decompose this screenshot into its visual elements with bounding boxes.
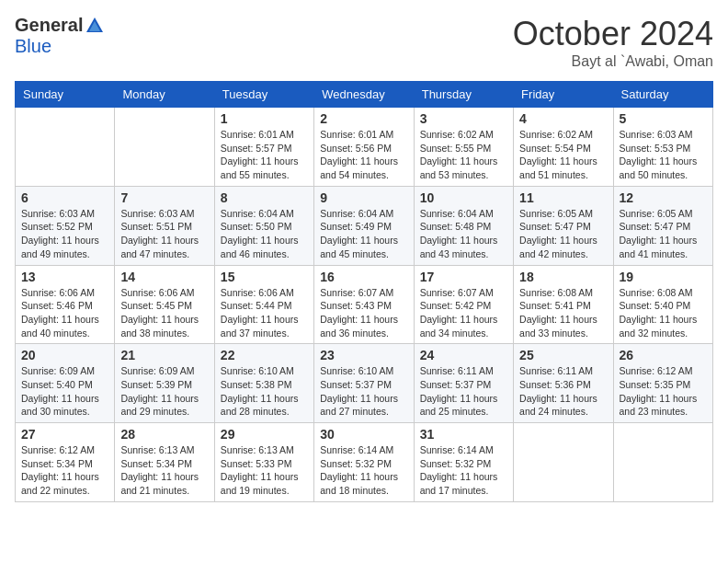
calendar-cell: 7Sunrise: 6:03 AM Sunset: 5:51 PM Daylig… [115, 186, 214, 265]
logo-blue-text: Blue [15, 36, 51, 57]
calendar-week-row: 13Sunrise: 6:06 AM Sunset: 5:46 PM Dayli… [16, 265, 713, 344]
day-number: 17 [420, 270, 507, 284]
calendar-cell: 28Sunrise: 6:13 AM Sunset: 5:34 PM Dayli… [115, 423, 214, 502]
calendar-cell: 21Sunrise: 6:09 AM Sunset: 5:39 PM Dayli… [115, 344, 214, 423]
day-number: 12 [620, 190, 707, 205]
calendar-cell: 13Sunrise: 6:06 AM Sunset: 5:46 PM Dayli… [16, 265, 115, 344]
calendar-cell: 9Sunrise: 6:04 AM Sunset: 5:49 PM Daylig… [314, 186, 414, 265]
day-number: 21 [120, 348, 208, 362]
day-info: Sunrise: 6:11 AM Sunset: 5:36 PM Dayligh… [519, 364, 607, 419]
day-number: 2 [320, 111, 407, 126]
month-title: October 2024 [513, 15, 713, 53]
calendar-cell: 6Sunrise: 6:03 AM Sunset: 5:52 PM Daylig… [16, 186, 115, 265]
calendar-weekday-monday: Monday [115, 82, 214, 108]
calendar-cell: 20Sunrise: 6:09 AM Sunset: 5:40 PM Dayli… [16, 344, 115, 423]
day-info: Sunrise: 6:13 AM Sunset: 5:33 PM Dayligh… [221, 443, 308, 498]
calendar-cell: 8Sunrise: 6:04 AM Sunset: 5:50 PM Daylig… [214, 186, 313, 265]
title-block: October 2024 Bayt al `Awabi, Oman [513, 15, 713, 70]
day-number: 10 [420, 190, 507, 205]
day-info: Sunrise: 6:09 AM Sunset: 5:40 PM Dayligh… [21, 364, 108, 419]
day-number: 22 [221, 348, 308, 362]
logo-general-text: General [15, 15, 83, 36]
day-info: Sunrise: 6:04 AM Sunset: 5:48 PM Dayligh… [420, 207, 507, 261]
calendar-weekday-sunday: Sunday [16, 82, 115, 108]
calendar-cell: 26Sunrise: 6:12 AM Sunset: 5:35 PM Dayli… [613, 344, 712, 423]
day-number: 29 [221, 427, 308, 442]
day-info: Sunrise: 6:13 AM Sunset: 5:34 PM Dayligh… [120, 443, 208, 498]
calendar-cell: 4Sunrise: 6:02 AM Sunset: 5:54 PM Daylig… [514, 108, 613, 187]
calendar-cell: 11Sunrise: 6:05 AM Sunset: 5:47 PM Dayli… [514, 186, 613, 265]
calendar-cell: 19Sunrise: 6:08 AM Sunset: 5:40 PM Dayli… [613, 265, 712, 344]
day-number: 4 [519, 111, 607, 126]
calendar-cell: 31Sunrise: 6:14 AM Sunset: 5:32 PM Dayli… [414, 423, 513, 502]
calendar-cell: 5Sunrise: 6:03 AM Sunset: 5:53 PM Daylig… [613, 108, 712, 187]
day-number: 27 [21, 427, 108, 442]
calendar-cell: 17Sunrise: 6:07 AM Sunset: 5:42 PM Dayli… [414, 265, 513, 344]
day-info: Sunrise: 6:04 AM Sunset: 5:50 PM Dayligh… [221, 207, 308, 261]
location-title: Bayt al `Awabi, Oman [513, 53, 713, 70]
day-info: Sunrise: 6:06 AM Sunset: 5:44 PM Dayligh… [221, 286, 308, 340]
calendar-cell: 12Sunrise: 6:05 AM Sunset: 5:47 PM Dayli… [613, 186, 712, 265]
day-number: 23 [320, 348, 407, 362]
calendar-cell: 24Sunrise: 6:11 AM Sunset: 5:37 PM Dayli… [414, 344, 513, 423]
day-info: Sunrise: 6:08 AM Sunset: 5:40 PM Dayligh… [620, 286, 707, 340]
calendar-cell: 22Sunrise: 6:10 AM Sunset: 5:38 PM Dayli… [214, 344, 313, 423]
day-info: Sunrise: 6:06 AM Sunset: 5:46 PM Dayligh… [21, 286, 108, 340]
day-info: Sunrise: 6:09 AM Sunset: 5:39 PM Dayligh… [120, 364, 208, 419]
calendar-cell: 25Sunrise: 6:11 AM Sunset: 5:36 PM Dayli… [514, 344, 613, 423]
calendar-week-row: 27Sunrise: 6:12 AM Sunset: 5:34 PM Dayli… [16, 423, 713, 502]
calendar-week-row: 6Sunrise: 6:03 AM Sunset: 5:52 PM Daylig… [16, 186, 713, 265]
day-number: 3 [420, 111, 507, 126]
day-info: Sunrise: 6:03 AM Sunset: 5:53 PM Dayligh… [620, 128, 707, 182]
day-info: Sunrise: 6:08 AM Sunset: 5:41 PM Dayligh… [519, 286, 607, 340]
calendar-weekday-thursday: Thursday [414, 82, 513, 108]
calendar-week-row: 20Sunrise: 6:09 AM Sunset: 5:40 PM Dayli… [16, 344, 713, 423]
day-info: Sunrise: 6:02 AM Sunset: 5:55 PM Dayligh… [420, 128, 507, 182]
day-number: 11 [519, 190, 607, 205]
day-number: 6 [21, 190, 108, 205]
calendar-cell: 27Sunrise: 6:12 AM Sunset: 5:34 PM Dayli… [16, 423, 115, 502]
day-number: 7 [120, 190, 208, 205]
day-number: 30 [320, 427, 407, 442]
day-info: Sunrise: 6:14 AM Sunset: 5:32 PM Dayligh… [320, 443, 407, 498]
day-info: Sunrise: 6:10 AM Sunset: 5:37 PM Dayligh… [320, 364, 407, 419]
day-info: Sunrise: 6:05 AM Sunset: 5:47 PM Dayligh… [519, 207, 607, 261]
day-info: Sunrise: 6:10 AM Sunset: 5:38 PM Dayligh… [221, 364, 308, 419]
calendar-cell: 29Sunrise: 6:13 AM Sunset: 5:33 PM Dayli… [214, 423, 313, 502]
calendar-cell: 10Sunrise: 6:04 AM Sunset: 5:48 PM Dayli… [414, 186, 513, 265]
calendar-week-row: 1Sunrise: 6:01 AM Sunset: 5:57 PM Daylig… [16, 108, 713, 187]
calendar-weekday-friday: Friday [514, 82, 613, 108]
logo-icon [85, 16, 105, 36]
day-number: 18 [519, 270, 607, 284]
logo: General Blue [15, 15, 105, 57]
day-number: 19 [620, 270, 707, 284]
calendar-cell: 23Sunrise: 6:10 AM Sunset: 5:37 PM Dayli… [314, 344, 414, 423]
calendar-cell [115, 108, 214, 187]
calendar-cell [514, 423, 613, 502]
calendar-cell: 3Sunrise: 6:02 AM Sunset: 5:55 PM Daylig… [414, 108, 513, 187]
calendar-cell: 1Sunrise: 6:01 AM Sunset: 5:57 PM Daylig… [214, 108, 313, 187]
day-info: Sunrise: 6:05 AM Sunset: 5:47 PM Dayligh… [620, 207, 707, 261]
day-info: Sunrise: 6:04 AM Sunset: 5:49 PM Dayligh… [320, 207, 407, 261]
day-number: 20 [21, 348, 108, 362]
day-number: 5 [620, 111, 707, 126]
day-info: Sunrise: 6:07 AM Sunset: 5:43 PM Dayligh… [320, 286, 407, 340]
day-info: Sunrise: 6:07 AM Sunset: 5:42 PM Dayligh… [420, 286, 507, 340]
day-info: Sunrise: 6:03 AM Sunset: 5:51 PM Dayligh… [120, 207, 208, 261]
day-number: 15 [221, 270, 308, 284]
day-number: 24 [420, 348, 507, 362]
calendar-cell [613, 423, 712, 502]
calendar-cell: 15Sunrise: 6:06 AM Sunset: 5:44 PM Dayli… [214, 265, 313, 344]
calendar-cell: 2Sunrise: 6:01 AM Sunset: 5:56 PM Daylig… [314, 108, 414, 187]
day-info: Sunrise: 6:03 AM Sunset: 5:52 PM Dayligh… [21, 207, 108, 261]
day-number: 13 [21, 270, 108, 284]
day-number: 9 [320, 190, 407, 205]
day-number: 8 [221, 190, 308, 205]
calendar-cell [16, 108, 115, 187]
calendar-cell: 30Sunrise: 6:14 AM Sunset: 5:32 PM Dayli… [314, 423, 414, 502]
day-info: Sunrise: 6:11 AM Sunset: 5:37 PM Dayligh… [420, 364, 507, 419]
day-info: Sunrise: 6:06 AM Sunset: 5:45 PM Dayligh… [120, 286, 208, 340]
day-number: 28 [120, 427, 208, 442]
calendar-weekday-tuesday: Tuesday [214, 82, 313, 108]
day-info: Sunrise: 6:01 AM Sunset: 5:57 PM Dayligh… [221, 128, 308, 182]
